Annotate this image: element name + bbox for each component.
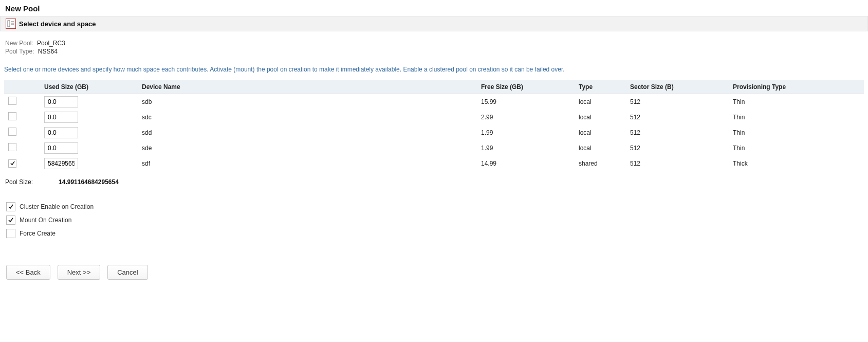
- col-header-used-size: Used Size (GB): [40, 80, 138, 94]
- type-cell: local: [575, 140, 626, 156]
- prov-type-cell: Thin: [729, 125, 864, 140]
- device-name-cell: sdd: [138, 125, 477, 140]
- force-create-checkbox[interactable]: [6, 229, 15, 238]
- subheader-text: Select device and space: [19, 20, 96, 28]
- cancel-button[interactable]: Cancel: [107, 265, 147, 280]
- row-select-checkbox[interactable]: [8, 97, 16, 105]
- pool-size-row: Pool Size: 14.991164684295654: [0, 171, 868, 188]
- sector-size-cell: 512: [626, 156, 729, 171]
- col-header-select: [4, 80, 40, 94]
- creation-options: Cluster Enable on Creation Mount On Crea…: [0, 188, 868, 244]
- row-select-checkbox[interactable]: [8, 128, 16, 136]
- instruction-text: Select one or more devices and specify h…: [0, 58, 868, 78]
- table-row: sdd1.99local512Thin: [4, 125, 864, 140]
- table-row: sde1.99local512Thin: [4, 140, 864, 156]
- pool-type-value: NSS64: [38, 48, 58, 55]
- type-cell: local: [575, 110, 626, 125]
- type-cell: shared: [575, 156, 626, 171]
- sector-size-cell: 512: [626, 140, 729, 156]
- force-create-label: Force Create: [20, 230, 56, 237]
- pool-size-value: 14.991164684295654: [59, 178, 119, 186]
- row-select-checkbox[interactable]: [8, 112, 16, 120]
- col-header-free-size: Free Size (GB): [477, 80, 575, 94]
- table-row: sdf14.99shared512Thick: [4, 156, 864, 171]
- used-size-input[interactable]: [44, 127, 78, 138]
- pool-meta: New Pool: Pool_RC3 Pool Type: NSS64: [0, 31, 868, 58]
- type-cell: local: [575, 125, 626, 140]
- free-size-cell: 1.99: [477, 125, 575, 140]
- subheader-bar: Select device and space: [0, 16, 868, 31]
- used-size-input[interactable]: [44, 158, 78, 169]
- device-name-cell: sde: [138, 140, 477, 156]
- prov-type-cell: Thick: [729, 156, 864, 171]
- cluster-enable-label: Cluster Enable on Creation: [20, 203, 94, 210]
- devices-table: Used Size (GB) Device Name Free Size (GB…: [4, 80, 864, 171]
- pool-size-label: Pool Size:: [5, 178, 33, 186]
- cluster-enable-checkbox[interactable]: [6, 202, 15, 211]
- row-select-checkbox[interactable]: [8, 143, 16, 151]
- device-name-cell: sdc: [138, 110, 477, 125]
- device-name-cell: sdb: [138, 94, 477, 110]
- page-title: New Pool: [0, 0, 868, 16]
- pool-type-label: Pool Type:: [5, 48, 34, 55]
- svg-rect-0: [8, 21, 10, 27]
- new-pool-value: Pool_RC3: [37, 40, 65, 47]
- free-size-cell: 1.99: [477, 140, 575, 156]
- col-header-type: Type: [575, 80, 626, 94]
- prov-type-cell: Thin: [729, 140, 864, 156]
- row-select-checkbox[interactable]: [8, 159, 16, 168]
- back-button[interactable]: << Back: [6, 265, 50, 280]
- free-size-cell: 15.99: [477, 94, 575, 110]
- type-cell: local: [575, 94, 626, 110]
- sector-size-cell: 512: [626, 94, 729, 110]
- new-pool-label: New Pool:: [5, 40, 33, 47]
- used-size-input[interactable]: [44, 142, 78, 154]
- prov-type-cell: Thin: [729, 94, 864, 110]
- device-name-cell: sdf: [138, 156, 477, 171]
- next-button[interactable]: Next >>: [58, 265, 101, 280]
- col-header-sector-size: Sector Size (B): [626, 80, 729, 94]
- sector-size-cell: 512: [626, 110, 729, 125]
- used-size-input[interactable]: [44, 112, 78, 123]
- free-size-cell: 14.99: [477, 156, 575, 171]
- free-size-cell: 2.99: [477, 110, 575, 125]
- used-size-input[interactable]: [44, 96, 78, 107]
- table-row: sdc2.99local512Thin: [4, 110, 864, 125]
- col-header-device-name: Device Name: [138, 80, 477, 94]
- table-row: sdb15.99local512Thin: [4, 94, 864, 110]
- wizard-buttons: << Back Next >> Cancel: [0, 244, 868, 290]
- sector-size-cell: 512: [626, 125, 729, 140]
- mount-on-creation-checkbox[interactable]: [6, 215, 15, 225]
- prov-type-cell: Thin: [729, 110, 864, 125]
- pool-config-icon: [6, 19, 16, 29]
- mount-on-creation-label: Mount On Creation: [20, 217, 71, 224]
- col-header-prov-type: Provisioning Type: [729, 80, 864, 94]
